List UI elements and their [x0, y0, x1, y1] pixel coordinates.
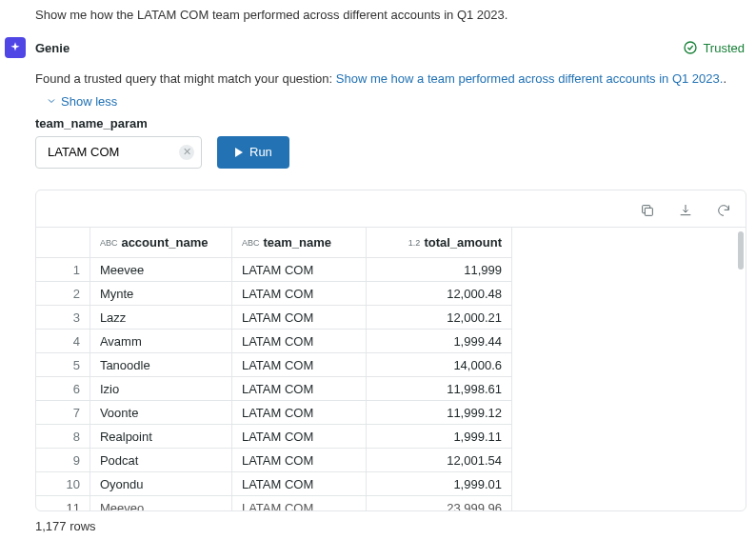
svg-rect-1 [645, 208, 652, 215]
clear-input-icon[interactable]: ✕ [179, 145, 194, 160]
cell-index: 11 [36, 496, 90, 510]
cell-account: Tanoodle [90, 353, 231, 377]
result-table-wrap: ABCaccount_name ABCteam_name 1.2total_am… [36, 227, 746, 510]
cell-index: 8 [36, 425, 90, 449]
result-card: ABCaccount_name ABCteam_name 1.2total_am… [35, 190, 746, 511]
table-row[interactable]: 8RealpointLATAM COM1,999.11 [36, 425, 512, 449]
table-row[interactable]: 9PodcatLATAM COM12,001.54 [36, 449, 512, 472]
cell-amount: 11,998.61 [366, 377, 511, 401]
col-account-label: account_name [121, 235, 208, 250]
cell-account: Podcat [90, 449, 231, 472]
cell-index: 3 [36, 306, 90, 330]
cell-amount: 1,999.44 [366, 330, 511, 353]
table-row[interactable]: 1MeeveeLATAM COM11,999 [36, 258, 512, 282]
row-count: 1,177 rows [35, 519, 756, 533]
cell-amount: 11,999.12 [366, 401, 511, 425]
result-toolbar [36, 190, 746, 227]
table-row[interactable]: 3LazzLATAM COM12,000.21 [36, 306, 512, 330]
cell-team: LATAM COM [231, 353, 366, 377]
cell-team: LATAM COM [231, 472, 366, 496]
cell-amount: 1,999.01 [366, 472, 511, 496]
found-query-text: Found a trusted query that might match y… [35, 70, 745, 89]
table-row[interactable]: 7VoonteLATAM COM11,999.12 [36, 401, 512, 425]
assistant-header: Genie Trusted [5, 37, 756, 58]
download-icon[interactable] [677, 202, 694, 219]
cell-index: 5 [36, 353, 90, 377]
cell-amount: 11,999 [366, 258, 511, 282]
cell-account: Realpoint [90, 425, 231, 449]
col-index-header[interactable] [36, 228, 90, 258]
cell-account: Voonte [90, 401, 231, 425]
cell-index: 10 [36, 472, 90, 496]
matched-query-link[interactable]: Show me how a team performed across diff… [336, 71, 724, 86]
table-row[interactable]: 4AvammLATAM COM1,999.44 [36, 330, 512, 353]
show-less-label: Show less [61, 94, 117, 109]
cell-amount: 1,999.11 [366, 425, 511, 449]
refresh-icon[interactable] [715, 202, 732, 219]
assistant-name: Genie [35, 41, 70, 55]
cell-team: LATAM COM [231, 496, 366, 510]
cell-team: LATAM COM [231, 377, 366, 401]
user-question: Show me how the LATAM COM team performed… [35, 8, 756, 22]
cell-index: 7 [36, 401, 90, 425]
cell-team: LATAM COM [231, 330, 366, 353]
cell-team: LATAM COM [231, 306, 366, 330]
cell-team: LATAM COM [231, 258, 366, 282]
cell-index: 1 [36, 258, 90, 282]
run-label: Run [249, 145, 272, 159]
run-button[interactable]: Run [217, 136, 289, 169]
table-row[interactable]: 5TanoodleLATAM COM14,000.6 [36, 353, 512, 377]
genie-icon [5, 37, 26, 58]
trusted-badge: Trusted [683, 40, 745, 55]
table-row[interactable]: 6IzioLATAM COM11,998.61 [36, 377, 512, 401]
found-prefix: Found a trusted query that might match y… [35, 71, 336, 86]
col-account-header[interactable]: ABCaccount_name [90, 228, 231, 258]
param-label: team_name_param [35, 116, 756, 130]
cell-account: Mynte [90, 282, 231, 306]
col-type-num: 1.2 [408, 238, 421, 248]
cell-index: 2 [36, 282, 90, 306]
cell-account: Lazz [90, 306, 231, 330]
cell-team: LATAM COM [231, 401, 366, 425]
trusted-label: Trusted [703, 41, 745, 55]
cell-team: LATAM COM [231, 425, 366, 449]
cell-team: LATAM COM [231, 282, 366, 306]
cell-account: Oyondu [90, 472, 231, 496]
table-row[interactable]: 10OyonduLATAM COM1,999.01 [36, 472, 512, 496]
cell-amount: 12,000.48 [366, 282, 511, 306]
cell-index: 9 [36, 449, 90, 472]
col-amount-label: total_amount [424, 235, 502, 250]
copy-icon[interactable] [639, 202, 656, 219]
svg-point-0 [685, 42, 696, 53]
show-less-toggle[interactable]: Show less [46, 94, 756, 109]
table-row[interactable]: 2MynteLATAM COM12,000.48 [36, 282, 512, 306]
chevron-down-icon [46, 95, 57, 107]
col-type-abc: ABC [242, 238, 260, 248]
found-suffix: . [723, 71, 726, 86]
play-icon [234, 148, 244, 157]
col-team-label: team_name [263, 235, 331, 250]
col-type-abc: ABC [100, 238, 118, 248]
team-name-input[interactable] [35, 136, 202, 169]
cell-amount: 14,000.6 [366, 353, 511, 377]
cell-amount: 12,001.54 [366, 449, 511, 472]
col-team-header[interactable]: ABCteam_name [231, 228, 366, 258]
cell-account: Meeveo [90, 496, 231, 510]
cell-account: Meevee [90, 258, 231, 282]
scrollbar-thumb[interactable] [738, 231, 744, 270]
cell-index: 4 [36, 330, 90, 353]
cell-index: 6 [36, 377, 90, 401]
col-amount-header[interactable]: 1.2total_amount [366, 228, 511, 258]
cell-amount: 23,999.96 [366, 496, 511, 510]
cell-amount: 12,000.21 [366, 306, 511, 330]
cell-account: Izio [90, 377, 231, 401]
param-input-wrap: ✕ [35, 136, 202, 169]
cell-team: LATAM COM [231, 449, 366, 472]
table-row[interactable]: 11MeeveoLATAM COM23,999.96 [36, 496, 512, 510]
result-table: ABCaccount_name ABCteam_name 1.2total_am… [36, 228, 512, 510]
cell-account: Avamm [90, 330, 231, 353]
